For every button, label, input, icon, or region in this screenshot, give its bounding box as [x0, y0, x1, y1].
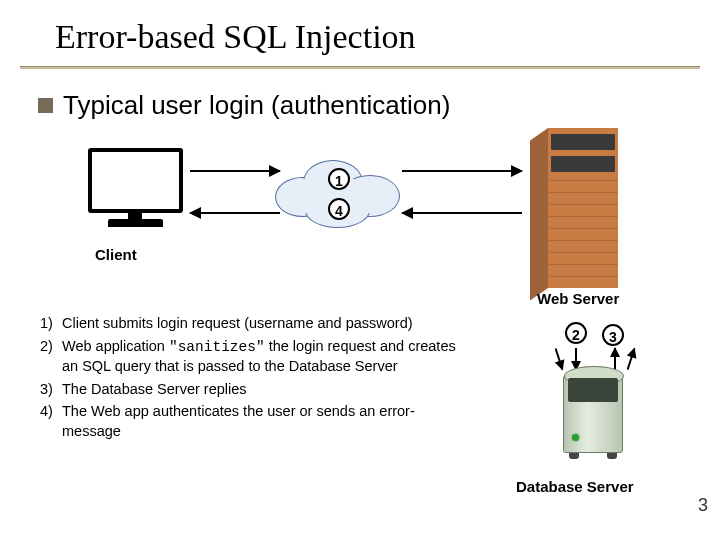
list-item: 1) Client submits login request (usernam…: [40, 314, 470, 334]
bullet-row: Typical user login (authentication): [38, 90, 450, 121]
arrow-client-to-cloud-icon: [190, 170, 280, 172]
sanitizes-keyword: "sanitizes": [169, 339, 265, 355]
client-label: Client: [95, 246, 137, 263]
bullet-text: Typical user login (authentication): [63, 90, 450, 121]
list-number: 4): [40, 402, 62, 441]
list-text: Web application "sanitizes" the login re…: [62, 337, 470, 377]
list-item: 2) Web application "sanitizes" the login…: [40, 337, 470, 377]
slide: Error-based SQL Injection Typical user l…: [0, 0, 720, 540]
database-server-icon: [545, 360, 640, 470]
arrow-server-to-cloud-icon: [402, 212, 522, 214]
list-text: The Web app authenticates the user or se…: [62, 402, 470, 441]
step-badge-1: 1: [328, 168, 350, 190]
list-text: Client submits login request (username a…: [62, 314, 413, 334]
dbserver-label: Database Server: [516, 478, 634, 495]
page-number: 3: [698, 495, 708, 516]
step-badge-3: 3: [602, 324, 624, 346]
list-number: 3): [40, 380, 62, 400]
slide-title: Error-based SQL Injection: [55, 18, 416, 56]
step-badge-2: 2: [565, 322, 587, 344]
client-computer-icon: [88, 148, 198, 243]
step-badge-4: 4: [328, 198, 350, 220]
title-underline: [20, 66, 700, 69]
list-number: 1): [40, 314, 62, 334]
arrow-cloud-to-server-icon: [402, 170, 522, 172]
steps-list: 1) Client submits login request (usernam…: [40, 314, 470, 444]
webserver-label: Web Server: [537, 290, 619, 307]
arrow-cloud-to-client-icon: [190, 212, 280, 214]
web-server-icon: [530, 128, 625, 288]
list-text: The Database Server replies: [62, 380, 247, 400]
list-item: 4) The Web app authenticates the user or…: [40, 402, 470, 441]
list-number: 2): [40, 337, 62, 377]
list-item: 3) The Database Server replies: [40, 380, 470, 400]
bullet-marker-icon: [38, 98, 53, 113]
